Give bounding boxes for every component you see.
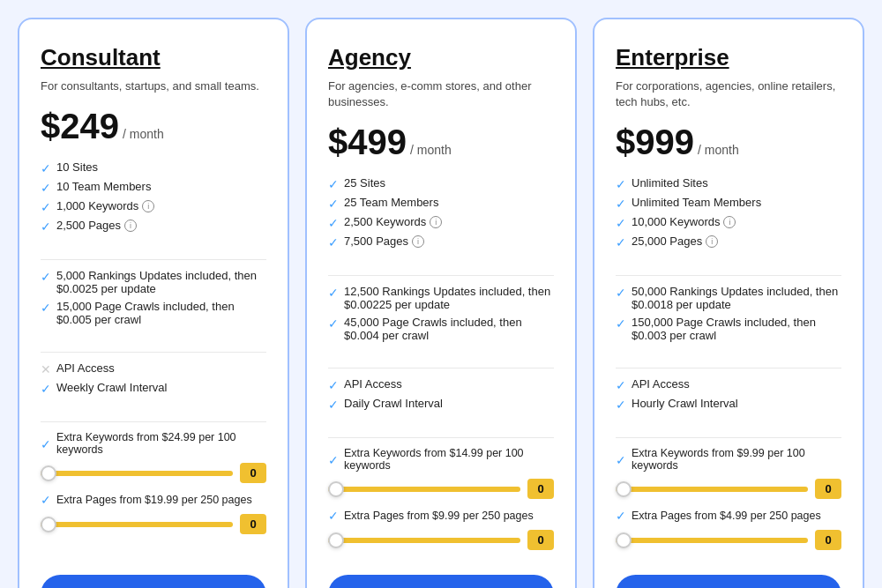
pricing-container: ConsultantFor consultants, startups, and… bbox=[18, 18, 864, 588]
info-icon[interactable]: i bbox=[430, 216, 442, 228]
plan-card-agency: AgencyFor agencies, e-comm stores, and o… bbox=[305, 18, 577, 588]
price-period-agency: / month bbox=[410, 143, 452, 157]
check-icon: ✓ bbox=[328, 378, 339, 392]
core-feature-item-consultant-2: ✓1,000 Keywordsi bbox=[41, 199, 266, 214]
core-feature-item-agency-3: ✓7,500 Pagesi bbox=[328, 234, 554, 249]
access-feature-text: API Access bbox=[632, 377, 690, 391]
usage-feature-text: 50,000 Rankings Updates included, then $… bbox=[632, 285, 841, 311]
check-icon: ✓ bbox=[41, 270, 51, 284]
info-icon[interactable]: i bbox=[706, 235, 718, 248]
usage-feature-item-enterprise-0: ✓50,000 Rankings Updates included, then … bbox=[616, 285, 841, 311]
check-icon: ✓ bbox=[328, 453, 339, 467]
plan-name-enterprise: Enterprise bbox=[616, 44, 841, 71]
info-icon[interactable]: i bbox=[124, 220, 137, 232]
plan-name-agency: Agency bbox=[328, 44, 554, 71]
access-feature-text: API Access bbox=[56, 361, 115, 375]
access-features-agency: ✓API Access✓Daily Crawl Interval bbox=[328, 377, 554, 416]
feature-text: 10 Sites bbox=[56, 160, 98, 174]
check-icon: ✓ bbox=[328, 398, 339, 412]
check-icon: ✓ bbox=[328, 235, 339, 249]
access-features-consultant: ✕API Access✓Weekly Crawl Interval bbox=[41, 361, 266, 400]
feature-text: 2,500 Keywordsi bbox=[344, 215, 442, 228]
pages-slider-bg bbox=[328, 538, 520, 543]
feature-text: 1,000 Keywordsi bbox=[56, 199, 154, 212]
access-feature-item-consultant-0: ✕API Access bbox=[41, 361, 266, 376]
extra-pages-label-consultant: ✓ Extra Pages from $19.99 per 250 pages bbox=[41, 492, 266, 507]
check-icon: ✓ bbox=[616, 235, 626, 249]
usage-feature-text: 45,000 Page Crawls included, then $0.004… bbox=[344, 316, 554, 342]
access-feature-item-enterprise-0: ✓API Access bbox=[616, 377, 841, 392]
usage-feature-item-consultant-0: ✓5,000 Rankings Updates included, then $… bbox=[41, 269, 266, 295]
keywords-slider-track-enterprise[interactable] bbox=[616, 487, 808, 492]
check-icon: ✓ bbox=[41, 181, 51, 195]
keywords-slider-thumb[interactable] bbox=[41, 465, 56, 481]
extra-pages-label-enterprise: ✓ Extra Pages from $4.99 per 250 pages bbox=[616, 508, 841, 523]
price-period-enterprise: / month bbox=[698, 143, 739, 157]
plan-card-enterprise: EnterpriseFor corporations, agencies, on… bbox=[593, 18, 864, 588]
keywords-slider-track-agency[interactable] bbox=[328, 487, 520, 492]
price-amount-enterprise: $999 bbox=[616, 123, 694, 162]
plan-price-agency: $499/ month bbox=[328, 123, 554, 162]
usage-feature-text: 15,000 Page Crawls included, then $0.005… bbox=[56, 300, 266, 326]
pages-slider-value-agency: 0 bbox=[527, 530, 554, 550]
core-feature-item-enterprise-3: ✓25,000 Pagesi bbox=[616, 234, 841, 249]
access-feature-item-enterprise-1: ✓Hourly Crawl Interval bbox=[616, 397, 841, 412]
pages-slider-thumb[interactable] bbox=[328, 532, 344, 548]
check-icon: ✓ bbox=[616, 286, 626, 300]
keywords-slider-bg bbox=[41, 471, 233, 476]
access-feature-item-agency-0: ✓API Access bbox=[328, 377, 554, 392]
core-feature-item-enterprise-1: ✓Unlimited Team Members bbox=[616, 196, 841, 211]
usage-features-agency: ✓12,500 Rankings Updates included, then … bbox=[328, 285, 554, 346]
feature-text: 7,500 Pagesi bbox=[344, 234, 424, 248]
info-icon[interactable]: i bbox=[412, 235, 424, 248]
check-icon: ✓ bbox=[616, 509, 626, 523]
usage-feature-text: 150,000 Page Crawls included, then $0.00… bbox=[632, 316, 841, 342]
core-feature-item-enterprise-0: ✓Unlimited Sites bbox=[616, 176, 841, 191]
feature-text: 10 Team Members bbox=[56, 180, 151, 193]
usage-feature-item-enterprise-1: ✓150,000 Page Crawls included, then $0.0… bbox=[616, 316, 841, 342]
pages-slider-row-agency: 0 bbox=[328, 530, 554, 550]
info-icon[interactable]: i bbox=[142, 200, 154, 212]
feature-text: Unlimited Sites bbox=[632, 176, 708, 190]
usage-feature-text: 12,500 Rankings Updates included, then $… bbox=[344, 285, 554, 311]
pages-slider-thumb[interactable] bbox=[616, 532, 632, 548]
pages-slider-track-agency[interactable] bbox=[328, 538, 520, 543]
check-icon: ✓ bbox=[328, 316, 339, 331]
keywords-slider-value-enterprise: 0 bbox=[815, 479, 841, 499]
keywords-slider-track-consultant[interactable] bbox=[41, 471, 233, 476]
extra-pages-section-consultant: ✓ Extra Pages from $19.99 per 250 pages … bbox=[41, 492, 266, 534]
access-feature-text: Daily Crawl Interval bbox=[344, 397, 443, 410]
feature-text: 25 Sites bbox=[344, 176, 385, 190]
cta-button-agency[interactable]: Get Started bbox=[328, 575, 554, 588]
check-icon: ✓ bbox=[616, 316, 626, 331]
pages-slider-row-consultant: 0 bbox=[41, 514, 266, 534]
access-feature-item-agency-1: ✓Daily Crawl Interval bbox=[328, 397, 554, 412]
plan-description-consultant: For consultants, startups, and small tea… bbox=[41, 78, 266, 94]
check-icon: ✓ bbox=[616, 216, 626, 230]
extra-pages-section-agency: ✓ Extra Pages from $9.99 per 250 pages 0 bbox=[328, 508, 554, 550]
pages-slider-track-enterprise[interactable] bbox=[616, 538, 808, 543]
pages-slider-value-consultant: 0 bbox=[240, 514, 266, 534]
plan-price-enterprise: $999/ month bbox=[616, 123, 841, 162]
core-feature-item-agency-2: ✓2,500 Keywordsi bbox=[328, 215, 554, 230]
extra-keywords-label-agency: ✓ Extra Keywords from $14.99 per 100 key… bbox=[328, 447, 554, 472]
info-icon[interactable]: i bbox=[723, 216, 736, 228]
check-icon: ✓ bbox=[616, 378, 626, 392]
check-icon: ✓ bbox=[41, 301, 51, 315]
feature-text: 10,000 Keywordsi bbox=[632, 215, 736, 228]
usage-features-consultant: ✓5,000 Rankings Updates included, then $… bbox=[41, 269, 266, 331]
cta-section-agency: Get Started bbox=[328, 559, 554, 588]
pages-slider-track-consultant[interactable] bbox=[41, 522, 233, 527]
check-icon: ✓ bbox=[41, 161, 51, 175]
access-features-enterprise: ✓API Access✓Hourly Crawl Interval bbox=[616, 377, 841, 416]
usage-feature-item-agency-1: ✓45,000 Page Crawls included, then $0.00… bbox=[328, 316, 554, 342]
cta-button-enterprise[interactable]: Request demo bbox=[616, 575, 841, 588]
keywords-slider-thumb[interactable] bbox=[616, 481, 632, 497]
keywords-slider-thumb[interactable] bbox=[328, 481, 344, 497]
check-icon: ✓ bbox=[616, 398, 626, 412]
check-icon: ✓ bbox=[616, 177, 626, 191]
pages-slider-thumb[interactable] bbox=[41, 517, 56, 532]
pages-slider-value-enterprise: 0 bbox=[815, 530, 841, 550]
cta-button-consultant[interactable]: Get Started bbox=[41, 575, 266, 588]
cta-section-consultant: Get Started bbox=[41, 559, 266, 588]
